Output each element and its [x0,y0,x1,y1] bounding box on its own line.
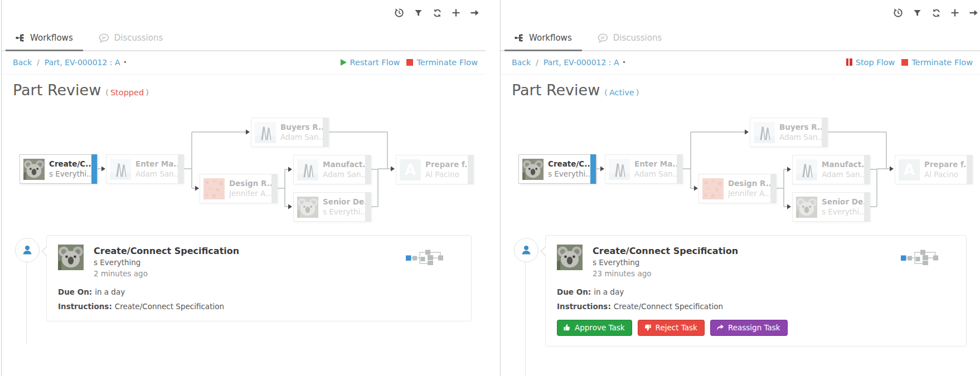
node-subtitle: Adam San... [779,133,821,143]
stop-flow-action[interactable]: Stop Flow [846,58,895,67]
tab-bar: Workflows Discussions [2,26,486,51]
node-title: Buyers R... [779,123,821,133]
node-title: Prepare f... [425,160,467,170]
breadcrumb: Back / Part, EV-000012 : A • Stop FlowTe… [501,50,980,75]
approve-task-button[interactable]: Approve Task [557,320,632,336]
go-forward-icon [470,8,480,17]
workflow-node-enter[interactable]: Enter Ma...Adam San... [605,154,683,184]
node-avatar [297,197,318,218]
node-status-bar [468,155,473,184]
mini-workflow-icon[interactable] [900,249,939,267]
panel-toolbar [893,0,980,26]
terminate-flow-action[interactable]: Terminate Flow [406,58,478,67]
history-button[interactable] [394,8,404,18]
refresh-button[interactable] [432,8,442,18]
penguins-photo [255,122,276,143]
node-title: Senior De... [323,197,364,207]
node-title: Senior De... [822,197,863,207]
go-forward-button[interactable] [969,8,979,18]
refresh-icon [433,8,442,18]
task-assignee: s Everything [94,257,239,268]
task-avatar [58,245,84,270]
node-avatar [796,159,817,180]
node-subtitle: Adam San... [634,169,676,179]
workflow-node-create[interactable]: Create/C...s Everythi... [518,154,596,184]
node-title: Create/C... [49,159,90,169]
reject-task-button[interactable]: Reject Task [638,320,705,336]
task-title: Create/Connect Specification [94,245,239,257]
flow-actions: Stop FlowTerminate Flow [846,58,973,67]
workflow-node-senior[interactable]: Senior De...s Everythi... [293,192,371,222]
node-text: Prepare f...Al Pacino [924,160,972,179]
workflow-node-prepare[interactable]: APrepare f...Al Pacino [396,155,474,184]
tab-discussions[interactable]: Discussions [596,26,664,50]
workflow-panels: Workflows Discussions Back / Part, EV-00… [0,0,980,376]
reassign-task-button[interactable]: Reassign Task [710,320,788,336]
add-button[interactable] [451,8,461,18]
workflow-node-buyers[interactable]: Buyers R...Adam San... [750,118,828,147]
node-status-bar [590,154,596,184]
breadcrumb-separator: / [536,58,538,67]
node-subtitle: Adam San... [280,133,322,143]
task-avatar [557,245,583,270]
node-subtitle: Jennifer A... [728,189,769,199]
due-row: Due On:in a day [557,287,955,296]
instructions-label: Instructions: [557,302,611,311]
back-link[interactable]: Back [512,58,531,67]
node-avatar [255,122,276,143]
node-subtitle: Jennifer A... [229,189,270,199]
task-buttons: Approve TaskReject TaskReassign Task [557,320,955,336]
workflow-node-design[interactable]: Design R...Jennifer A... [200,174,278,203]
filter-button[interactable] [413,8,423,18]
task-card: Create/Connect Specification s Everythin… [46,235,472,321]
node-avatar [609,159,630,180]
tab-workflows[interactable]: Workflows [513,26,574,50]
penguins-photo [796,159,817,180]
due-row: Due On:in a day [58,287,460,296]
node-text: Create/C...s Everythi... [548,159,596,179]
history-button[interactable] [893,8,903,18]
workflow-node-prepare[interactable]: APrepare f...Al Pacino [895,155,973,184]
workflow-node-manufact[interactable]: Manufact...Adam San... [293,155,371,184]
node-title: Manufact... [822,160,863,170]
back-link[interactable]: Back [13,58,32,67]
node-subtitle: Al Pacino [425,170,467,180]
node-status-bar [178,154,183,184]
flow-action-label: Stop Flow [856,58,895,67]
node-avatar [23,159,45,180]
workflow-node-manufact[interactable]: Manufact...Adam San... [792,155,870,184]
task-card-header: Create/Connect Specification s Everythin… [557,245,955,279]
node-status-bar [365,155,371,184]
go-forward-button[interactable] [470,8,480,18]
history-icon [394,8,404,18]
pause-icon [846,58,852,66]
panel-right: Workflows Discussions Back / Part, EV-00… [500,0,980,376]
workflow-node-buyers[interactable]: Buyers R...Adam San... [251,118,329,147]
terminate-flow-action[interactable]: Terminate Flow [901,58,973,67]
koala-photo [58,245,84,270]
refresh-icon [932,8,941,18]
workflow-node-create[interactable]: Create/C...s Everythi... [20,154,98,184]
node-text: Enter Ma...Adam San... [135,159,183,179]
workflow-node-enter[interactable]: Enter Ma...Adam San... [106,154,184,184]
workflow-node-design[interactable]: Design R...Jennifer A... [698,174,777,203]
restart-flow-action[interactable]: Restart Flow [341,58,400,67]
title-row: Part Review (Active) [512,81,639,99]
mini-workflow-icon[interactable] [405,249,444,267]
tab-discussions[interactable]: Discussions [97,26,165,50]
breadcrumb-item-link[interactable]: Part, EV-000012 : A [544,58,619,67]
tab-workflows-label: Workflows [30,33,73,43]
breadcrumb-item-link[interactable]: Part, EV-000012 : A [45,58,120,67]
node-status-bar [677,154,682,184]
page-title: Part Review [13,81,101,99]
node-title: Design R... [229,179,270,189]
node-title: Enter Ma... [634,159,676,169]
filter-button[interactable] [912,8,922,18]
tab-workflows[interactable]: Workflows [14,26,75,50]
workflow-node-senior[interactable]: Senior De...s Everythi... [792,192,870,222]
add-button[interactable] [950,8,960,18]
node-title: Create/C... [548,159,589,169]
task-card: Create/Connect Specification s Everythin… [545,235,967,346]
refresh-button[interactable] [931,8,941,18]
task-timestamp: 2 minutes ago [94,268,239,280]
